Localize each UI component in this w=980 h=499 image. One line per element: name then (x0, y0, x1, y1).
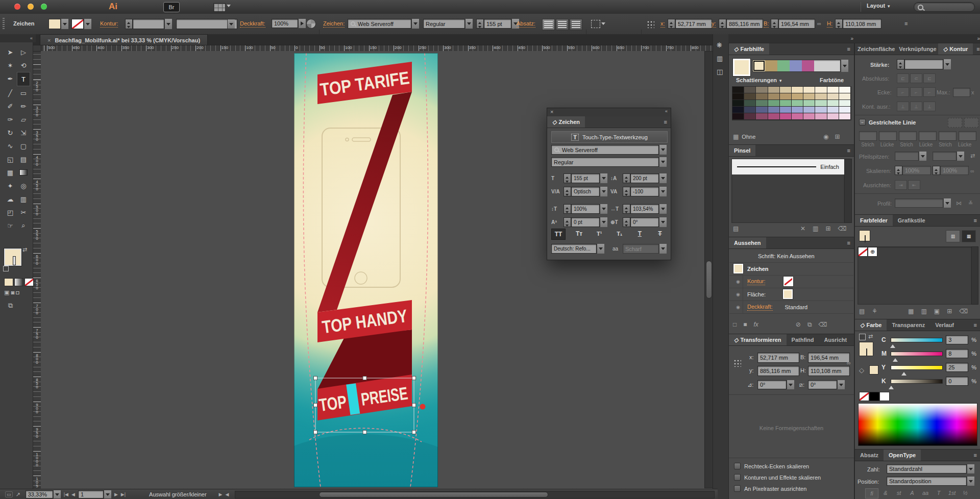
opentype-feature-button[interactable]: A (906, 488, 918, 497)
type-tool[interactable]: T (17, 72, 30, 86)
small-caps-button[interactable]: Tᴛ (573, 229, 586, 239)
prev-page-button[interactable]: ◀ (71, 492, 75, 497)
rectangle-tool[interactable]: ▭ (17, 86, 30, 99)
variation-swatch[interactable] (768, 113, 780, 120)
perspective-grid-tool[interactable]: ▤ (17, 153, 30, 166)
width-profile-dropdown[interactable] (895, 198, 951, 208)
antialias-dropdown[interactable]: Scharf (623, 244, 667, 254)
banner3-text-left[interactable]: TOP (318, 391, 348, 415)
variation-swatch[interactable] (732, 87, 744, 93)
variation-swatch[interactable] (756, 100, 768, 107)
reference-point-icon[interactable] (646, 20, 654, 28)
page-control[interactable]: 1 (78, 490, 111, 498)
variation-swatch[interactable] (803, 100, 815, 107)
visibility-eye-icon[interactable]: ◉ (733, 288, 743, 301)
panel-menu-icon[interactable]: ≡ (970, 319, 980, 331)
eyedropper-tool[interactable]: ✦ (4, 179, 17, 192)
variation-swatch[interactable] (792, 87, 803, 93)
width-tool[interactable]: ∿ (4, 139, 17, 153)
new-brush-icon[interactable]: ⊞ (825, 225, 830, 232)
artboard-tool[interactable]: ◰ (4, 206, 17, 219)
round-cap-button[interactable]: ⊂ (910, 73, 922, 83)
layout-menu[interactable]: Layout ▼ (867, 3, 891, 9)
style-dropdown-arrow[interactable] (465, 19, 473, 29)
language-dropdown[interactable]: Deutsch: Refo... (551, 244, 604, 254)
transform-options-arrow[interactable] (601, 22, 605, 27)
font-size-field[interactable]: 155 pt (564, 173, 607, 183)
tab-aussehen[interactable]: Aussehen (729, 237, 766, 248)
variation-swatch[interactable] (768, 93, 780, 100)
brush-libraries-icon[interactable]: ▤ (733, 225, 739, 232)
variation-swatch[interactable] (827, 87, 839, 93)
stroke-weight-dropdown[interactable] (164, 19, 172, 29)
cmyk-value-C[interactable]: 3 (946, 335, 968, 344)
variation-swatch[interactable] (839, 107, 851, 113)
b-label[interactable]: B: (764, 20, 769, 28)
eraser-tool[interactable]: ▱ (17, 113, 30, 126)
variation-swatch[interactable] (744, 107, 756, 113)
position-dropdown[interactable]: Standardposition (887, 477, 974, 486)
opacity-field[interactable]: 100% (272, 19, 298, 28)
variation-swatch[interactable] (744, 100, 756, 107)
harmony-color[interactable] (790, 60, 802, 71)
tab-verlauf[interactable]: Verlauf (930, 319, 959, 331)
pen-tool[interactable]: ✒ (4, 72, 17, 85)
transform-options-icon[interactable] (591, 20, 600, 28)
dashed-line-toggle[interactable]: − Gestrichelte Linie (859, 119, 916, 126)
tf-link-icon[interactable]: ∞ (847, 360, 851, 366)
appearance-row-deckkraft[interactable]: ◉Deckkraft:Standard (729, 301, 853, 314)
swap-colors-icon[interactable]: ⇄ (868, 333, 873, 340)
horizontal-scale-field[interactable]: 103,54% (623, 204, 667, 214)
touch-workspace-icon[interactable]: ▭ (5, 491, 13, 497)
variation-swatch[interactable] (815, 107, 827, 113)
visibility-eye-icon[interactable]: ◉ (733, 275, 743, 288)
variation-swatch[interactable] (732, 93, 744, 100)
pencil-tool[interactable]: ✏ (17, 99, 30, 113)
delete-item-icon[interactable]: ⌫ (818, 321, 827, 328)
status-proxy-next[interactable]: ▶ (219, 492, 223, 497)
search-input[interactable] (914, 2, 975, 12)
align-right-button[interactable] (570, 19, 582, 30)
paintbrush-tool[interactable]: ✐ (4, 99, 17, 113)
transform-reference-point[interactable] (733, 359, 741, 367)
variation-swatch[interactable] (803, 87, 815, 93)
slice-tool[interactable]: ✂ (17, 206, 30, 219)
cmyk-value-Y[interactable]: 25 (946, 363, 968, 372)
appearance-row-zeichen[interactable]: Zeichen (729, 262, 853, 276)
fill-swatch[interactable] (48, 19, 61, 29)
variation-swatch[interactable] (839, 113, 851, 120)
dash-field[interactable] (959, 131, 976, 141)
next-page-button[interactable]: ▶ (114, 492, 118, 497)
font-dropdown-arrow[interactable] (411, 19, 419, 29)
out-of-gamut-cube-icon[interactable]: ◇ (859, 366, 864, 374)
y-control[interactable]: 885,116 mm (719, 19, 763, 29)
opacity-control[interactable]: 100% (272, 19, 306, 28)
new-swatch-icon[interactable]: ⊞ (947, 308, 952, 315)
round-join-button[interactable]: ⌐ (910, 87, 922, 97)
tab-verknuepfungen[interactable]: Verknüpfunge (897, 43, 938, 55)
align-inside-button[interactable]: ⊥ (910, 102, 922, 111)
stroke-dropdown-arrow[interactable] (84, 19, 91, 29)
char-font-style[interactable]: Regular (551, 157, 667, 167)
panel-menu-icon[interactable]: ≡ (973, 43, 980, 55)
swatch-themes-icon[interactable]: ⚘ (872, 308, 877, 315)
variation-swatch[interactable] (839, 93, 851, 100)
variable-width-profile[interactable] (176, 19, 237, 29)
variation-swatch[interactable] (744, 93, 756, 100)
stroke-none-swatch[interactable] (71, 19, 84, 29)
dash-field[interactable] (859, 131, 877, 141)
panel-menu-icon[interactable]: ≡ (660, 116, 671, 128)
registration-swatch[interactable]: ⊕ (868, 247, 877, 257)
default-colors-icon[interactable] (859, 334, 866, 340)
tracking-field[interactable]: -100 (623, 187, 667, 196)
tf-h-field[interactable]: 110,108 mm (808, 366, 850, 376)
add-effect-icon[interactable]: fx (754, 321, 758, 328)
fill-dropdown-arrow[interactable] (61, 19, 68, 29)
zeichen-link[interactable]: Zeichen: (323, 20, 345, 28)
harmony-dropdown-arrow[interactable] (841, 60, 848, 72)
duplicate-item-icon[interactable]: ⧉ (807, 321, 812, 328)
panel-titlebar[interactable]: × « (547, 108, 671, 116)
remove-brushstroke-icon[interactable]: ✕ (800, 225, 805, 232)
brushes-scrollbar[interactable] (844, 159, 852, 223)
opentype-feature-button[interactable]: ½ (959, 488, 971, 497)
